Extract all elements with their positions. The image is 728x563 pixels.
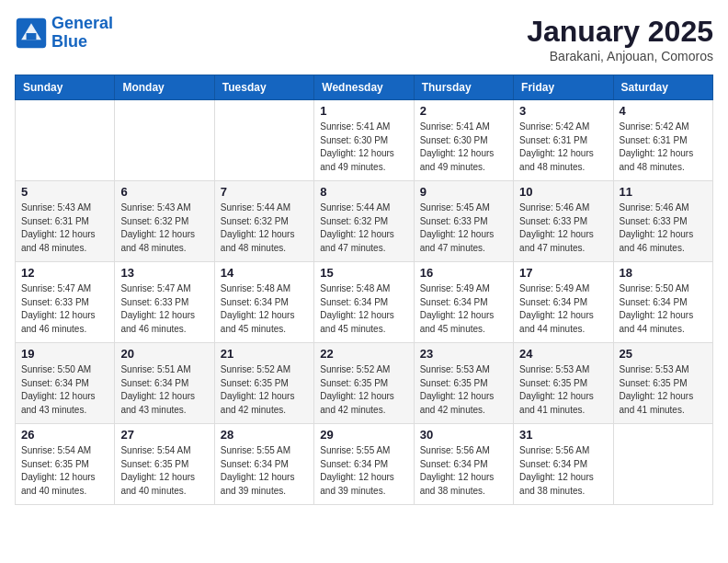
day-info: Sunrise: 5:54 AM Sunset: 6:35 PM Dayligh… [120,444,208,498]
calendar-day-cell: 3Sunrise: 5:42 AM Sunset: 6:31 PM Daylig… [514,100,613,181]
day-number: 29 [320,428,407,442]
day-info: Sunrise: 5:48 AM Sunset: 6:34 PM Dayligh… [320,282,407,336]
day-info: Sunrise: 5:46 AM Sunset: 6:33 PM Dayligh… [620,201,707,255]
calendar-day-cell: 18Sunrise: 5:50 AM Sunset: 6:34 PM Dayli… [613,262,712,343]
svg-rect-2 [27,33,37,40]
calendar-day-cell: 30Sunrise: 5:56 AM Sunset: 6:34 PM Dayli… [414,424,513,505]
calendar-week-row: 1Sunrise: 5:41 AM Sunset: 6:30 PM Daylig… [16,100,713,181]
day-info: Sunrise: 5:51 AM Sunset: 6:34 PM Dayligh… [120,363,208,417]
day-info: Sunrise: 5:47 AM Sunset: 6:33 PM Dayligh… [21,282,108,336]
day-number: 30 [420,428,507,442]
calendar-day-cell: 11Sunrise: 5:46 AM Sunset: 6:33 PM Dayli… [613,181,712,262]
day-info: Sunrise: 5:41 AM Sunset: 6:30 PM Dayligh… [420,121,507,174]
calendar-day-cell: 20Sunrise: 5:51 AM Sunset: 6:34 PM Dayli… [115,343,214,424]
calendar-day-cell: 14Sunrise: 5:48 AM Sunset: 6:34 PM Dayli… [214,262,313,343]
day-info: Sunrise: 5:42 AM Sunset: 6:31 PM Dayligh… [620,121,707,174]
day-info: Sunrise: 5:53 AM Sunset: 6:35 PM Dayligh… [620,363,707,417]
day-info: Sunrise: 5:52 AM Sunset: 6:35 PM Dayligh… [221,363,308,417]
day-number: 21 [221,347,308,361]
day-number: 4 [620,104,707,118]
day-number: 14 [221,266,308,280]
calendar-day-cell [115,100,214,181]
weekday-header: Thursday [414,75,513,100]
day-info: Sunrise: 5:45 AM Sunset: 6:33 PM Dayligh… [420,201,507,255]
calendar-week-row: 5Sunrise: 5:43 AM Sunset: 6:31 PM Daylig… [16,181,713,262]
day-info: Sunrise: 5:43 AM Sunset: 6:31 PM Dayligh… [21,201,108,255]
calendar-day-cell: 13Sunrise: 5:47 AM Sunset: 6:33 PM Dayli… [115,262,214,343]
weekday-header: Monday [115,75,214,100]
day-number: 26 [21,428,108,442]
day-info: Sunrise: 5:41 AM Sunset: 6:30 PM Dayligh… [320,121,407,174]
day-number: 20 [120,347,208,361]
calendar-day-cell: 24Sunrise: 5:53 AM Sunset: 6:35 PM Dayli… [514,343,613,424]
day-info: Sunrise: 5:50 AM Sunset: 6:34 PM Dayligh… [620,282,707,336]
calendar-day-cell: 8Sunrise: 5:44 AM Sunset: 6:32 PM Daylig… [314,181,414,262]
weekday-header: Wednesday [314,75,414,100]
calendar-day-cell: 9Sunrise: 5:45 AM Sunset: 6:33 PM Daylig… [414,181,513,262]
calendar-day-cell: 28Sunrise: 5:55 AM Sunset: 6:34 PM Dayli… [214,424,313,505]
calendar-week-row: 26Sunrise: 5:54 AM Sunset: 6:35 PM Dayli… [16,424,713,505]
day-number: 9 [420,185,507,199]
weekday-header: Sunday [16,75,115,100]
calendar-day-cell: 15Sunrise: 5:48 AM Sunset: 6:34 PM Dayli… [314,262,414,343]
month-title: January 2025 [527,15,713,49]
calendar-day-cell: 21Sunrise: 5:52 AM Sunset: 6:35 PM Dayli… [214,343,313,424]
day-info: Sunrise: 5:46 AM Sunset: 6:33 PM Dayligh… [519,201,607,255]
day-number: 19 [21,347,108,361]
day-number: 15 [320,266,407,280]
calendar-day-cell: 17Sunrise: 5:49 AM Sunset: 6:34 PM Dayli… [514,262,613,343]
day-info: Sunrise: 5:47 AM Sunset: 6:33 PM Dayligh… [120,282,208,336]
calendar-day-cell: 1Sunrise: 5:41 AM Sunset: 6:30 PM Daylig… [314,100,414,181]
calendar-day-cell: 6Sunrise: 5:43 AM Sunset: 6:32 PM Daylig… [115,181,214,262]
calendar-day-cell: 7Sunrise: 5:44 AM Sunset: 6:32 PM Daylig… [214,181,313,262]
day-info: Sunrise: 5:49 AM Sunset: 6:34 PM Dayligh… [420,282,507,336]
day-number: 6 [120,185,208,199]
calendar-day-cell: 10Sunrise: 5:46 AM Sunset: 6:33 PM Dayli… [514,181,613,262]
day-info: Sunrise: 5:53 AM Sunset: 6:35 PM Dayligh… [420,363,507,417]
calendar-table: SundayMondayTuesdayWednesdayThursdayFrid… [15,75,713,505]
calendar-day-cell [613,424,712,505]
day-number: 22 [320,347,407,361]
day-info: Sunrise: 5:53 AM Sunset: 6:35 PM Dayligh… [519,363,607,417]
day-number: 27 [120,428,208,442]
day-number: 1 [320,104,407,118]
calendar-day-cell: 27Sunrise: 5:54 AM Sunset: 6:35 PM Dayli… [115,424,214,505]
calendar-day-cell: 16Sunrise: 5:49 AM Sunset: 6:34 PM Dayli… [414,262,513,343]
day-info: Sunrise: 5:55 AM Sunset: 6:34 PM Dayligh… [320,444,407,498]
day-number: 13 [120,266,208,280]
calendar-week-row: 19Sunrise: 5:50 AM Sunset: 6:34 PM Dayli… [16,343,713,424]
day-info: Sunrise: 5:56 AM Sunset: 6:34 PM Dayligh… [420,444,507,498]
page-header: General Blue January 2025 Barakani, Anjo… [15,15,713,63]
day-number: 2 [420,104,507,118]
day-number: 5 [21,185,108,199]
day-number: 28 [221,428,308,442]
calendar-day-cell: 4Sunrise: 5:42 AM Sunset: 6:31 PM Daylig… [613,100,712,181]
day-number: 31 [519,428,607,442]
calendar-day-cell: 25Sunrise: 5:53 AM Sunset: 6:35 PM Dayli… [613,343,712,424]
calendar-day-cell: 19Sunrise: 5:50 AM Sunset: 6:34 PM Dayli… [16,343,115,424]
day-info: Sunrise: 5:44 AM Sunset: 6:32 PM Dayligh… [320,201,407,255]
calendar-day-cell [214,100,313,181]
calendar-day-cell: 22Sunrise: 5:52 AM Sunset: 6:35 PM Dayli… [314,343,414,424]
logo-text: General Blue [51,15,113,52]
day-number: 12 [21,266,108,280]
day-number: 17 [519,266,607,280]
location-subtitle: Barakani, Anjouan, Comoros [527,49,713,63]
day-number: 3 [519,104,607,118]
day-info: Sunrise: 5:56 AM Sunset: 6:34 PM Dayligh… [519,444,607,498]
day-info: Sunrise: 5:50 AM Sunset: 6:34 PM Dayligh… [21,363,108,417]
weekday-header: Tuesday [214,75,313,100]
day-number: 16 [420,266,507,280]
day-info: Sunrise: 5:48 AM Sunset: 6:34 PM Dayligh… [221,282,308,336]
day-info: Sunrise: 5:54 AM Sunset: 6:35 PM Dayligh… [21,444,108,498]
day-info: Sunrise: 5:52 AM Sunset: 6:35 PM Dayligh… [320,363,407,417]
weekday-header: Friday [514,75,613,100]
day-info: Sunrise: 5:44 AM Sunset: 6:32 PM Dayligh… [221,201,308,255]
day-info: Sunrise: 5:49 AM Sunset: 6:34 PM Dayligh… [519,282,607,336]
calendar-day-cell: 23Sunrise: 5:53 AM Sunset: 6:35 PM Dayli… [414,343,513,424]
day-info: Sunrise: 5:43 AM Sunset: 6:32 PM Dayligh… [120,201,208,255]
weekday-header: Saturday [613,75,712,100]
day-number: 11 [620,185,707,199]
day-info: Sunrise: 5:55 AM Sunset: 6:34 PM Dayligh… [221,444,308,498]
day-number: 23 [420,347,507,361]
